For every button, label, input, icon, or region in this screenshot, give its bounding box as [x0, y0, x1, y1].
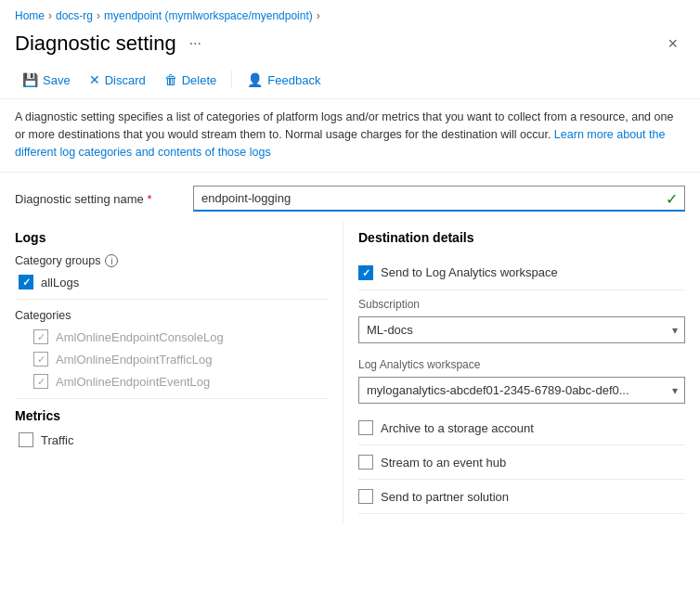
category-label-1: AmlOnlineEndpointTrafficLog [56, 353, 212, 367]
toolbar: 💾 Save ✕ Discard 🗑 Delete 👤 Feedback [0, 63, 700, 99]
setting-name-label: Diagnostic setting name * [15, 192, 182, 206]
send-to-log-label: Send to Log Analytics workspace [381, 265, 558, 279]
category-checkbox-2[interactable] [33, 374, 48, 389]
breadcrumb-docs-rg[interactable]: docs-rg [56, 9, 93, 22]
partner-checkbox[interactable] [358, 489, 373, 504]
discard-icon: ✕ [89, 72, 100, 87]
setting-name-row: Diagnostic setting name * ✓ [0, 173, 700, 221]
discard-button[interactable]: ✕ Discard [82, 69, 153, 91]
send-to-log-checkbox[interactable] [358, 265, 373, 280]
toolbar-separator [231, 71, 232, 89]
category-label-0: AmlOnlineEndpointConsoleLog [56, 330, 224, 344]
subscription-label: Subscription [358, 298, 685, 311]
workspace-dropdown-wrapper: myloganalytics-abcdef01-2345-6789-0abc-d… [358, 377, 685, 404]
delete-icon: 🗑 [164, 72, 177, 87]
breadcrumb-endpoint[interactable]: myendpoint (mymlworkspace/myendpoint) [104, 9, 313, 22]
main-content: Logs Category groups i allLogs Categorie… [0, 221, 700, 538]
metrics-section-title: Metrics [15, 408, 328, 423]
header: Diagnostic setting ··· × [0, 28, 700, 63]
save-button[interactable]: 💾 Save [15, 69, 78, 91]
archive-label: Archive to a storage account [381, 421, 534, 435]
page-title: Diagnostic setting [15, 32, 176, 56]
partner-label: Send to partner solution [381, 490, 509, 504]
destination-title: Destination details [358, 230, 685, 245]
ellipsis-button[interactable]: ··· [184, 33, 207, 54]
category-row-0: AmlOnlineEndpointConsoleLog [15, 329, 328, 344]
alllogs-row: allLogs [15, 275, 328, 290]
partner-row: Send to partner solution [358, 480, 685, 514]
category-groups-label: Category groups i [15, 254, 328, 267]
input-check-icon: ✓ [666, 190, 678, 208]
save-label: Save [43, 73, 71, 87]
setting-name-input[interactable] [193, 186, 685, 212]
categories-label: Categories [15, 309, 328, 322]
category-checkbox-0[interactable] [33, 329, 48, 344]
workspace-label: Log Analytics workspace [358, 358, 685, 371]
archive-row: Archive to a storage account [358, 411, 685, 445]
required-indicator: * [147, 192, 151, 206]
setting-name-input-wrapper: ✓ [193, 186, 685, 212]
alllogs-label[interactable]: allLogs [41, 276, 79, 290]
right-panel: Destination details Send to Log Analytic… [344, 221, 700, 523]
traffic-label[interactable]: Traffic [41, 433, 73, 447]
subscription-dropdown[interactable]: ML-docs [358, 316, 685, 343]
metrics-section: Metrics Traffic [15, 408, 328, 447]
section-divider-1 [15, 299, 328, 300]
alllogs-checkbox[interactable] [19, 275, 33, 290]
feedback-label: Feedback [267, 73, 320, 87]
stream-label: Stream to an event hub [381, 456, 506, 470]
send-to-log-row: Send to Log Analytics workspace [358, 256, 685, 290]
subscription-dropdown-wrapper: ML-docs ▾ [358, 316, 685, 343]
feedback-icon: 👤 [247, 72, 263, 87]
info-box: A diagnostic setting specifies a list of… [0, 99, 700, 173]
workspace-section: Log Analytics workspace myloganalytics-a… [358, 358, 685, 404]
breadcrumb-home[interactable]: Home [15, 9, 45, 22]
save-icon: 💾 [22, 72, 38, 87]
archive-checkbox[interactable] [358, 420, 373, 435]
category-checkbox-1[interactable] [33, 352, 48, 367]
category-row-2: AmlOnlineEndpointEventLog [15, 374, 328, 389]
close-button[interactable]: × [660, 32, 685, 56]
delete-button[interactable]: 🗑 Delete [157, 69, 225, 91]
workspace-dropdown[interactable]: myloganalytics-abcdef01-2345-6789-0abc-d… [358, 377, 685, 404]
traffic-checkbox[interactable] [19, 432, 33, 447]
stream-row: Stream to an event hub [358, 445, 685, 480]
traffic-row: Traffic [15, 432, 328, 447]
category-label-2: AmlOnlineEndpointEventLog [56, 375, 210, 389]
feedback-button[interactable]: 👤 Feedback [240, 69, 328, 91]
delete-label: Delete [182, 73, 217, 87]
discard-label: Discard [105, 73, 146, 87]
stream-checkbox[interactable] [358, 455, 373, 470]
logs-section-title: Logs [15, 230, 328, 245]
breadcrumb: Home › docs-rg › myendpoint (mymlworkspa… [0, 0, 700, 28]
subscription-section: Subscription ML-docs ▾ [358, 290, 685, 351]
category-row-1: AmlOnlineEndpointTrafficLog [15, 352, 328, 367]
logs-section: Logs Category groups i allLogs Categorie… [15, 230, 328, 389]
section-divider-2 [15, 398, 328, 399]
category-groups-info-icon[interactable]: i [105, 254, 118, 267]
left-panel: Logs Category groups i allLogs Categorie… [0, 221, 344, 523]
